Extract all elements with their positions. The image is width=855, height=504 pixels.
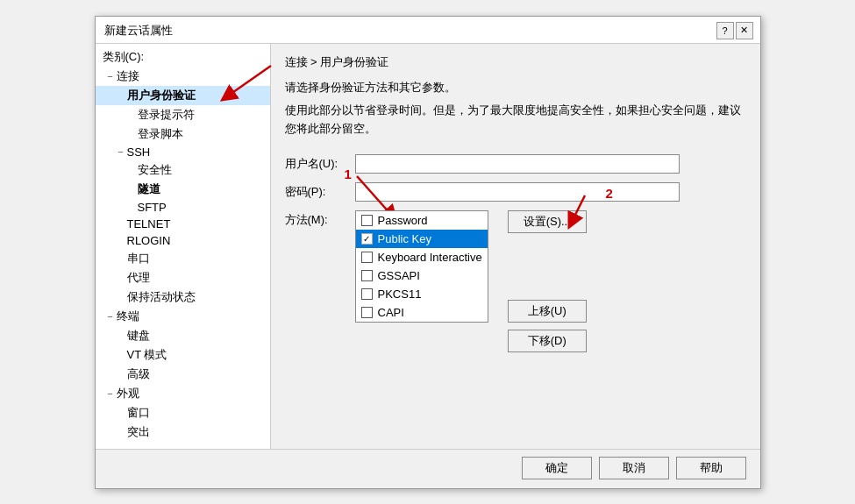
- method-label-password: Password: [378, 214, 428, 227]
- annotation-number-2: 2: [605, 186, 612, 201]
- annotation-number-1: 1: [345, 167, 352, 181]
- sidebar-item-login-script[interactable]: 登录脚本: [96, 124, 270, 144]
- sidebar-item-login-prompt[interactable]: 登录提示符: [96, 105, 270, 124]
- sidebar-item-keepalive[interactable]: 保持活动状态: [96, 287, 270, 307]
- move-down-button[interactable]: 下移(D): [508, 330, 587, 352]
- sidebar-label-keyboard: 键盘: [127, 328, 150, 344]
- expand-icon-terminal: −: [104, 311, 117, 322]
- checkbox-public-key[interactable]: ✓: [361, 233, 373, 245]
- sidebar-item-advanced-terminal[interactable]: 高级: [96, 365, 270, 384]
- setup-button[interactable]: 设置(S)...: [508, 210, 587, 233]
- method-list: Password ✓ Public Key Keyboard Interacti…: [355, 210, 488, 323]
- sidebar-item-sftp[interactable]: SFTP: [96, 199, 270, 216]
- sidebar-item-terminal[interactable]: − 终端: [96, 307, 270, 326]
- checkbox-capi[interactable]: [361, 307, 373, 318]
- sidebar-label-highlight: 突出: [127, 424, 150, 440]
- window-title: 新建云话属性: [104, 23, 173, 39]
- move-up-button[interactable]: 上移(U): [508, 300, 587, 323]
- sidebar-item-highlight[interactable]: 突出: [96, 422, 270, 442]
- sidebar-label-auth: 用户身份验证: [127, 88, 196, 103]
- method-item-keyboard-interactive[interactable]: Keyboard Interactive: [356, 248, 488, 266]
- main-content: 连接 > 用户身份验证 请选择身份验证方法和其它参数。 使用此部分以节省登录时间…: [271, 44, 760, 449]
- sidebar-label-window: 窗口: [127, 405, 150, 421]
- method-label-pkcs11: PKCS11: [378, 287, 422, 301]
- bottom-buttons: 确定 取消 帮助: [96, 449, 760, 488]
- sidebar-item-telnet[interactable]: TELNET: [96, 216, 270, 232]
- window-body: 类别(C): − 连接 用户身份验证 登录提示符 登录脚本 − SSH: [96, 44, 760, 449]
- sidebar-label-vt-mode: VT 模式: [127, 347, 167, 363]
- expand-icon-connection: −: [104, 71, 117, 82]
- checkbox-pkcs11[interactable]: [361, 288, 373, 300]
- method-item-capi[interactable]: CAPI: [356, 303, 488, 322]
- sidebar-item-security[interactable]: 安全性: [96, 160, 270, 180]
- main-window: 新建云话属性 ? ✕ 类别(C): − 连接 用户身份验证 登录提示符: [95, 16, 761, 489]
- sidebar-label-ssh: SSH: [127, 146, 151, 159]
- sidebar-item-auth[interactable]: 用户身份验证: [96, 86, 270, 105]
- sidebar-label-connection: 连接: [117, 68, 139, 84]
- checkbox-password[interactable]: [361, 215, 373, 226]
- expand-icon-appearance: −: [104, 388, 117, 399]
- title-bar: 新建云话属性 ? ✕: [96, 17, 760, 44]
- setup-btn-wrapper: 2 设置(S)...: [508, 210, 587, 233]
- sidebar-item-window[interactable]: 窗口: [96, 403, 270, 422]
- spacer: [508, 240, 587, 293]
- breadcrumb: 连接 > 用户身份验证: [285, 54, 746, 70]
- sidebar-label-security: 安全性: [138, 162, 172, 178]
- sidebar-item-tunnel[interactable]: 隧道: [96, 180, 270, 199]
- cancel-button[interactable]: 取消: [599, 457, 669, 479]
- ok-button[interactable]: 确定: [522, 457, 592, 479]
- method-label-gssapi: GSSAPI: [378, 269, 420, 282]
- window-controls: ? ✕: [716, 22, 753, 39]
- sidebar-label-proxy: 代理: [127, 270, 150, 286]
- sidebar-item-proxy[interactable]: 代理: [96, 268, 270, 287]
- help-bottom-button[interactable]: 帮助: [676, 457, 746, 479]
- method-label: 方法(M):: [285, 210, 355, 228]
- sidebar-label-rlogin: RLOGIN: [127, 234, 171, 247]
- checkbox-keyboard-interactive[interactable]: [361, 252, 373, 263]
- sidebar-label-appearance: 外观: [117, 386, 139, 401]
- sidebar-item-ssh[interactable]: − SSH: [96, 144, 270, 160]
- sidebar-item-appearance[interactable]: − 外观: [96, 384, 270, 403]
- sidebar-label-sftp: SFTP: [138, 201, 167, 214]
- password-label: 密码(P):: [285, 184, 355, 200]
- description-line2: 使用此部分以节省登录时间。但是，为了最大限度地提高安全性，如果担心安全问题，建议…: [285, 102, 746, 138]
- sidebar-label-keepalive: 保持活动状态: [127, 289, 196, 305]
- description: 请选择身份验证方法和其它参数。 使用此部分以节省登录时间。但是，为了最大限度地提…: [285, 79, 746, 138]
- sidebar-label-terminal: 终端: [117, 309, 139, 324]
- sidebar-item-connection[interactable]: − 连接: [96, 67, 270, 86]
- password-input[interactable]: [355, 182, 680, 202]
- method-item-gssapi[interactable]: GSSAPI: [356, 266, 488, 285]
- sidebar-label-login-prompt: 登录提示符: [138, 107, 195, 123]
- sidebar-item-rlogin[interactable]: RLOGIN: [96, 232, 270, 249]
- method-label-capi: CAPI: [378, 306, 404, 319]
- category-label: 类别(C):: [96, 47, 270, 67]
- sidebar-label-advanced-terminal: 高级: [127, 366, 150, 382]
- sidebar-item-vt-mode[interactable]: VT 模式: [96, 345, 270, 365]
- sidebar-label-telnet: TELNET: [127, 217, 171, 231]
- method-row: 方法(M): Password ✓ Public Key: [285, 210, 746, 352]
- sidebar-label-serial: 串口: [127, 251, 150, 266]
- sidebar: 类别(C): − 连接 用户身份验证 登录提示符 登录脚本 − SSH: [96, 44, 271, 449]
- sidebar-item-serial[interactable]: 串口: [96, 249, 270, 268]
- method-area: Password ✓ Public Key Keyboard Interacti…: [355, 210, 587, 352]
- username-row: 用户名(U):: [285, 154, 746, 174]
- method-item-public-key[interactable]: ✓ Public Key: [356, 230, 488, 248]
- help-button[interactable]: ?: [716, 22, 734, 39]
- side-buttons: 2 设置(S)...: [497, 210, 587, 352]
- description-line1: 请选择身份验证方法和其它参数。: [285, 79, 746, 97]
- method-item-pkcs11[interactable]: PKCS11: [356, 285, 488, 303]
- close-button[interactable]: ✕: [736, 22, 753, 39]
- sidebar-label-login-script: 登录脚本: [138, 126, 183, 142]
- username-input[interactable]: [355, 154, 680, 174]
- checkbox-gssapi[interactable]: [361, 270, 373, 281]
- expand-icon-ssh: −: [115, 146, 127, 157]
- method-label-public-key: Public Key: [378, 232, 431, 245]
- method-label-keyboard-interactive: Keyboard Interactive: [378, 251, 482, 264]
- method-item-password[interactable]: Password: [356, 211, 488, 230]
- password-row: 密码(P): 1: [285, 182, 746, 202]
- sidebar-label-tunnel: 隧道: [138, 181, 160, 197]
- sidebar-item-keyboard[interactable]: 键盘: [96, 326, 270, 345]
